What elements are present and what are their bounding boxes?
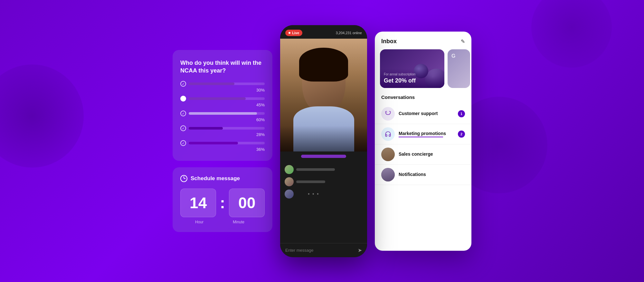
conversations-title: Conversations <box>375 93 471 104</box>
poll-check-4 <box>180 125 186 131</box>
conv-info-support: Customer support <box>399 111 454 117</box>
schedule-header: Schedule message <box>180 175 265 182</box>
time-labels: Hour Minute <box>180 220 265 224</box>
poll-percent-3: 60% <box>180 117 265 122</box>
conversation-item-support[interactable]: Customer support 1 <box>375 104 471 124</box>
clock-icon <box>180 175 187 182</box>
poll-bar-5 <box>189 142 238 144</box>
chat-avatar-1 <box>285 165 294 174</box>
online-count: 3,204,231 online <box>336 31 362 35</box>
conv-avatar-notif-inner <box>381 168 395 181</box>
time-hour-box[interactable]: 14 <box>180 189 216 217</box>
person-hair <box>299 48 348 82</box>
chat-message-1 <box>285 165 363 174</box>
poll-bar-container-5 <box>189 142 265 144</box>
conv-avatar-sales-inner <box>381 148 395 161</box>
poll-option-2[interactable]: 45% <box>180 96 265 107</box>
poll-bar-container-2 <box>189 97 265 100</box>
conv-avatar-sales <box>381 148 395 161</box>
phone-input-bar[interactable]: Enter message ➤ <box>280 243 367 257</box>
send-icon[interactable]: ➤ <box>358 247 362 253</box>
conv-avatar-marketing <box>381 127 395 141</box>
conversation-item-marketing[interactable]: Marketing promotions 2 <box>375 124 471 144</box>
chat-avatar-3 <box>285 190 294 199</box>
hour-label: Hour <box>182 220 217 224</box>
poll-option-4[interactable]: 28% <box>180 125 265 137</box>
minute-label: Minute <box>221 220 256 224</box>
promo-main-text: Get 20% off <box>384 77 440 84</box>
conv-badge-support: 1 <box>458 110 465 117</box>
time-minute-box[interactable]: 00 <box>229 189 265 217</box>
conv-name-notifications: Notifications <box>399 172 465 177</box>
conv-badge-marketing: 2 <box>458 131 465 138</box>
headphone-icon <box>385 131 391 137</box>
poll-option-3[interactable]: 60% <box>180 111 265 122</box>
poll-percent-5: 36% <box>180 147 265 152</box>
chat-dots: • • • <box>296 191 319 197</box>
poll-card: Who do you think will win the NCAA this … <box>173 50 272 161</box>
time-colon: : <box>220 194 225 212</box>
phone-video <box>280 39 367 151</box>
svg-point-0 <box>386 112 387 113</box>
conv-name-marketing: Marketing promotions <box>399 131 454 136</box>
poll-bar-container-1 <box>189 83 265 85</box>
video-overlay <box>280 126 367 151</box>
conv-avatar-notifications <box>381 168 395 181</box>
schedule-title: Schedule message <box>191 175 240 182</box>
conv-info-notifications: Notifications <box>399 172 465 178</box>
poll-options: 30% 45% <box>180 81 265 152</box>
poll-option-1[interactable]: 30% <box>180 81 265 92</box>
poll-option-5[interactable]: 36% <box>180 140 265 152</box>
live-badge: Live <box>285 30 302 36</box>
phone-top-bar: Live 3,204,231 online <box>280 25 367 39</box>
conv-info-marketing: Marketing promotions <box>399 131 454 137</box>
promo-subtitle: For annal subscription <box>384 73 440 76</box>
live-label: Live <box>292 31 299 35</box>
chat-message-3: • • • <box>285 190 363 199</box>
promo-card-partial[interactable]: G <box>448 49 470 88</box>
poll-percent-2: 45% <box>180 102 265 107</box>
promo-partial-text: G <box>451 53 455 59</box>
schedule-card: Schedule message 14 : 00 Hour Minute <box>173 167 272 232</box>
conv-underline-marketing <box>399 137 443 137</box>
promo-card-main[interactable]: For annal subscription Get 20% off <box>380 49 444 88</box>
promo-card-content: For annal subscription Get 20% off <box>380 69 444 88</box>
poll-check-2 <box>180 96 186 102</box>
chat-bubble-2 <box>296 180 325 183</box>
tag-icon <box>385 111 391 117</box>
chat-bubble-1 <box>296 168 335 171</box>
poll-question: Who do you think will win the NCAA this … <box>180 59 265 75</box>
poll-bar-container-4 <box>189 127 265 130</box>
edit-icon[interactable]: ✎ <box>461 38 465 44</box>
chat-avatar-2 <box>285 177 294 186</box>
poll-bar-3 <box>189 112 257 115</box>
conversation-item-sales[interactable]: Sales concierge <box>375 144 471 165</box>
inbox-header: Inbox ✎ <box>375 32 471 49</box>
time-display: 14 : 00 <box>180 189 265 217</box>
poll-bar-4 <box>189 127 223 130</box>
poll-check-1 <box>180 81 186 87</box>
inbox-panel: Inbox ✎ For annal subscription Get 20% o… <box>375 32 471 251</box>
conv-avatar-support <box>381 107 395 121</box>
phone-mockup: Live 3,204,231 online <box>280 25 367 257</box>
poll-percent-1: 30% <box>180 88 265 92</box>
left-panel: Who do you think will win the NCAA this … <box>173 50 272 232</box>
message-placeholder: Enter message <box>285 248 313 253</box>
poll-bar-2 <box>189 97 246 100</box>
poll-bar-container-3 <box>189 112 265 115</box>
conv-name-support: Customer support <box>399 111 454 116</box>
main-layout: Who do you think will win the NCAA this … <box>0 0 644 282</box>
poll-bar-1 <box>189 83 234 85</box>
conversation-item-notifications[interactable]: Notifications <box>375 165 471 185</box>
phone-send-bar <box>280 151 367 161</box>
inbox-title: Inbox <box>381 38 397 45</box>
live-dot <box>289 32 290 34</box>
phone-chat-area: • • • <box>280 161 367 202</box>
poll-percent-4: 28% <box>180 132 265 137</box>
poll-check-3 <box>180 111 186 116</box>
chat-message-2 <box>285 177 363 186</box>
send-button-pill[interactable] <box>301 155 346 158</box>
conv-name-sales: Sales concierge <box>399 151 465 157</box>
poll-check-5 <box>180 140 186 146</box>
conv-info-sales: Sales concierge <box>399 151 465 157</box>
